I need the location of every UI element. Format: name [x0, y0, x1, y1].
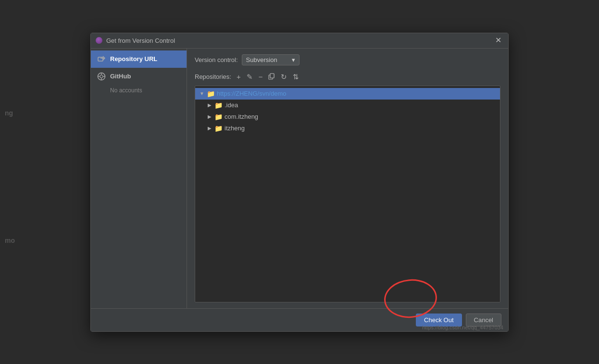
github-icon [97, 72, 106, 81]
svg-rect-10 [270, 74, 274, 78]
close-button[interactable]: ✕ [493, 37, 503, 44]
dialog-body: Repository URL GitHub [91, 49, 508, 308]
tree-arrow-root: ▼ [199, 91, 205, 96]
version-control-value: Subversion [246, 56, 277, 63]
repos-toolbar: Repositories: + ✎ − ↻ ⇅ [195, 72, 500, 82]
tree-label-itzheng: itzheng [225, 125, 245, 132]
version-control-row: Version control: Subversion ▾ [195, 54, 500, 65]
github-no-accounts: No accounts [91, 85, 187, 96]
dialog: Get from Version Control ✕ Repositor [90, 33, 509, 332]
tree-arrow-com-itzheng: ▶ [207, 114, 212, 119]
titlebar-left: Get from Version Control [96, 37, 175, 44]
dialog-footer: Check Out Cancel https://blog.csdn.net/q… [91, 308, 508, 331]
copy-button[interactable] [266, 72, 277, 82]
tree-row-root[interactable]: ▼ 📁 https://ZHENG/svn/demo [195, 88, 500, 100]
tree-row-idea[interactable]: ▶ 📁 .idea [195, 100, 500, 111]
tree-label-idea: .idea [225, 101, 238, 109]
dialog-title: Get from Version Control [106, 37, 175, 44]
repositories-label: Repositories: [195, 73, 231, 80]
ide-bg-text-bottom: mo [5, 237, 15, 244]
sidebar: Repository URL GitHub [91, 49, 187, 308]
sidebar-item-github[interactable]: GitHub [91, 68, 187, 85]
main-content: Version control: Subversion ▾ Repositori… [187, 49, 508, 308]
sort-button[interactable]: ⇅ [290, 72, 301, 81]
refresh-button[interactable]: ↻ [278, 72, 289, 81]
tree-area[interactable]: ▼ 📁 https://ZHENG/svn/demo ▶ 📁 .idea ▶ 📁 [195, 86, 500, 302]
repository-url-icon [97, 54, 106, 64]
dropdown-arrow-icon: ▾ [292, 56, 295, 63]
tree-arrow-itzheng: ▶ [207, 126, 212, 131]
tree-row-com-itzheng[interactable]: ▶ 📁 com.itzheng [195, 111, 500, 123]
add-button[interactable]: + [234, 72, 243, 81]
tree-label-com-itzheng: com.itzheng [225, 113, 258, 120]
ide-bg-text-top: ng [5, 109, 13, 117]
watermark: https://blog.csdn.net/qq_44757034 [422, 325, 503, 330]
svg-rect-0 [98, 57, 103, 61]
titlebar: Get from Version Control ✕ [91, 33, 508, 49]
svg-point-3 [100, 75, 103, 78]
version-control-label: Version control: [195, 56, 238, 63]
tree-row-itzheng[interactable]: ▶ 📁 itzheng [195, 123, 500, 134]
sidebar-item-github-label: GitHub [110, 73, 131, 80]
folder-icon-itzheng: 📁 [214, 125, 223, 132]
tree-arrow-idea: ▶ [207, 102, 212, 108]
app-icon [96, 37, 102, 44]
folder-icon-com-itzheng: 📁 [214, 113, 223, 121]
sidebar-item-repository-url-label: Repository URL [110, 55, 157, 63]
tree-label-root: https://ZHENG/svn/demo [217, 90, 287, 97]
folder-icon-idea: 📁 [214, 101, 223, 109]
remove-button[interactable]: − [256, 72, 265, 81]
edit-button[interactable]: ✎ [244, 72, 255, 81]
version-control-dropdown[interactable]: Subversion ▾ [242, 54, 300, 65]
folder-icon-root: 📁 [207, 90, 215, 98]
sidebar-item-repository-url[interactable]: Repository URL [91, 50, 187, 68]
